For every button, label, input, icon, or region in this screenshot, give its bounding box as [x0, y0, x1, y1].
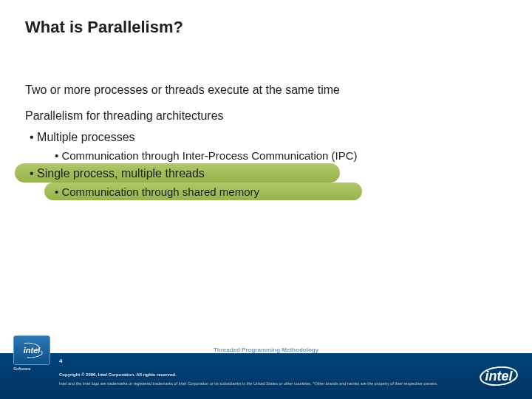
intel-logo: intel [479, 362, 519, 390]
bullet-ipc: Communication through Inter-Process Comm… [55, 148, 507, 164]
bullet-shared-memory: Communication through shared memory [55, 184, 507, 200]
footer-bar: intel Software 4 Copyright © 2006, Intel… [0, 353, 532, 399]
intel-logo-text: intel [485, 369, 512, 384]
slide-number: 4 [59, 358, 62, 364]
body-content: Two or more processes or threads execute… [25, 81, 507, 201]
intel-mini-logo-icon: intel [24, 346, 41, 355]
intro-line-2: Parallelism for threading architectures [25, 107, 507, 124]
bullet-threads: Single process, multiple threads [30, 165, 507, 182]
bullet-processes: Multiple processes [30, 129, 507, 146]
intro-line-1: Two or more processes or threads execute… [25, 81, 507, 98]
highlight-group: Single process, multiple threads Communi… [25, 165, 507, 200]
slide: What is Parallelism? Two or more process… [0, 0, 532, 399]
bullet-threads-label: Single process, multiple threads [37, 167, 205, 180]
badge-subtitle: Software [13, 366, 31, 371]
copyright-text: Copyright © 2006, Intel Corporation. All… [59, 372, 177, 377]
disclaimer-text: Intel and the Intel logo are trademarks … [59, 381, 488, 386]
course-title: Threaded Programming Methodology [0, 347, 532, 353]
page-title: What is Parallelism? [25, 18, 183, 37]
intel-software-badge: intel [13, 335, 50, 365]
bullet-shared-memory-label: Communication through shared memory [61, 185, 259, 198]
